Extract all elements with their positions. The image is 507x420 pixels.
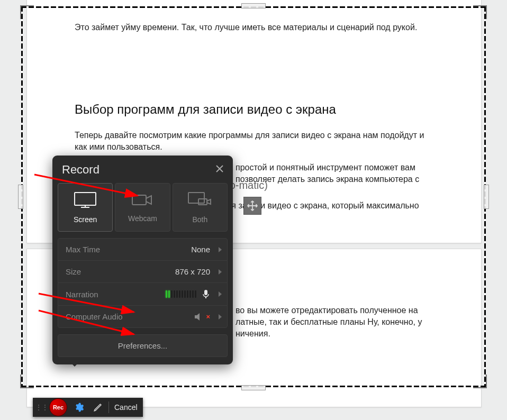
record-settings-list: Max Time None Size 876 x 720 Narration bbox=[58, 238, 228, 328]
speaker-muted-icon bbox=[194, 313, 204, 321]
size-value: 876 x 720 bbox=[175, 267, 210, 276]
capture-handle-right[interactable] bbox=[484, 185, 489, 209]
svg-rect-0 bbox=[75, 193, 96, 205]
microphone-icon bbox=[202, 289, 210, 299]
monitor-icon bbox=[73, 191, 97, 209]
webcam-icon bbox=[130, 192, 155, 208]
svg-rect-3 bbox=[198, 199, 207, 205]
record-button-label: Rec bbox=[53, 404, 64, 410]
setting-row-narration[interactable]: Narration bbox=[58, 282, 227, 305]
narration-label: Narration bbox=[66, 290, 98, 299]
max-time-value: None bbox=[191, 245, 210, 254]
article-heading: Выбор программ для записи видео с экрана bbox=[75, 102, 433, 117]
article-para1: Теперь давайте посмотрим какие программы… bbox=[75, 130, 433, 153]
chevron-right-icon bbox=[219, 247, 222, 252]
mode-webcam-label: Webcam bbox=[128, 214, 157, 223]
chevron-right-icon bbox=[219, 291, 222, 297]
record-button[interactable]: Rec bbox=[49, 398, 67, 416]
close-button[interactable] bbox=[215, 164, 224, 176]
article-para2-line3: позволяет делать запись экрана компьютер… bbox=[236, 175, 419, 184]
article-para2-line2: простой и понятный инструмент поможет ва… bbox=[236, 163, 415, 172]
pencil-icon bbox=[93, 403, 103, 412]
preferences-button[interactable]: Preferences... bbox=[58, 334, 228, 357]
bottom-para-frag3: ничения. bbox=[236, 329, 270, 338]
svg-rect-1 bbox=[132, 195, 146, 205]
size-label: Size bbox=[66, 267, 81, 276]
settings-button[interactable] bbox=[71, 400, 86, 415]
chevron-right-icon bbox=[219, 269, 222, 275]
both-icon bbox=[187, 191, 213, 209]
capture-move-handle[interactable] bbox=[243, 197, 261, 215]
vu-meter bbox=[166, 290, 196, 298]
capture-frame-edge-right bbox=[484, 6, 486, 387]
svg-rect-2 bbox=[188, 193, 204, 203]
draw-button[interactable] bbox=[90, 400, 105, 415]
bottom-para-frag1: во вы можете отредактировать полученное … bbox=[236, 306, 418, 315]
bottom-para-frag2: латные, так и бесплатные планы Ну, конеч… bbox=[236, 317, 422, 326]
mode-tile-both[interactable]: Both bbox=[173, 183, 228, 232]
mode-tile-webcam[interactable]: Webcam bbox=[115, 183, 170, 232]
cancel-button[interactable]: Cancel bbox=[114, 403, 138, 412]
chevron-right-icon bbox=[219, 314, 222, 319]
move-icon bbox=[247, 200, 258, 212]
setting-row-max-time[interactable]: Max Time None bbox=[58, 239, 227, 260]
svg-rect-5 bbox=[205, 297, 206, 298]
mode-tile-screen[interactable]: Screen bbox=[58, 183, 113, 232]
mute-x-icon: × bbox=[206, 313, 210, 321]
setting-row-computer-audio[interactable]: Computer Audio × bbox=[58, 305, 227, 327]
max-time-label: Max Time bbox=[66, 245, 100, 254]
recorder-toolbar: ⋮⋮ Rec Cancel bbox=[33, 398, 143, 417]
article-intro-top: Это займет уйму времени. Так, что лучше … bbox=[75, 22, 433, 33]
capture-handle-left[interactable] bbox=[18, 185, 23, 209]
svg-rect-4 bbox=[204, 290, 207, 295]
close-icon bbox=[215, 164, 224, 174]
capture-frame-edge-left bbox=[21, 6, 23, 387]
computer-audio-label: Computer Audio bbox=[66, 312, 123, 321]
record-panel: Record Screen Webcam bbox=[52, 156, 233, 364]
drag-grip-icon[interactable]: ⋮⋮ bbox=[35, 403, 48, 412]
record-mode-tiles: Screen Webcam Both bbox=[52, 183, 233, 232]
record-panel-title: Record bbox=[62, 163, 99, 177]
mode-both-label: Both bbox=[192, 215, 207, 224]
mode-screen-label: Screen bbox=[74, 215, 97, 224]
setting-row-size[interactable]: Size 876 x 720 bbox=[58, 260, 227, 282]
gear-icon bbox=[74, 402, 84, 413]
toolbar-separator bbox=[108, 401, 109, 413]
